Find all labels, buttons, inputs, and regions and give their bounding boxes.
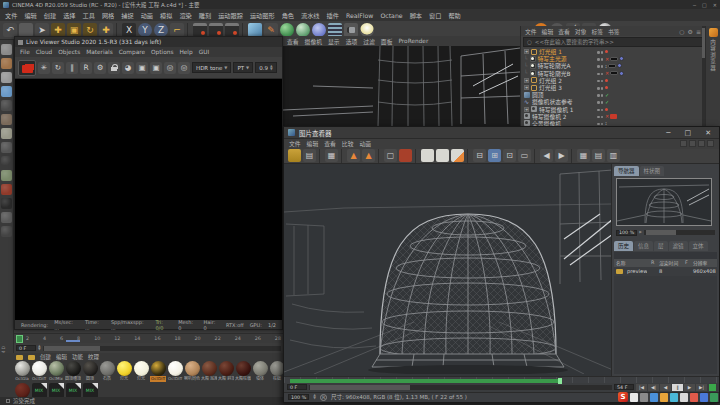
visibility-dots[interactable]: [597, 70, 604, 76]
dock-icon[interactable]: [1, 114, 12, 125]
layout-c-icon[interactable]: ▥: [607, 149, 620, 162]
tab-历史[interactable]: 历史: [614, 241, 633, 251]
dock-icon[interactable]: [1, 212, 12, 223]
menu-item[interactable]: 插件: [327, 11, 339, 20]
user-a-icon[interactable]: ▲: [347, 149, 360, 162]
dock-icon[interactable]: [1, 128, 12, 139]
viewport-a-icon[interactable]: ▣: [136, 62, 148, 74]
tab-层[interactable]: 层: [654, 241, 668, 251]
frame-spinner[interactable]: ▲▼: [38, 345, 41, 351]
menu-item[interactable]: 编辑: [542, 27, 554, 36]
compare-a-icon[interactable]: [421, 149, 434, 162]
column-header[interactable]: R: [649, 260, 657, 265]
material-swatch[interactable]: OctDiff: [167, 361, 183, 382]
material-swatch[interactable]: OctDiff: [150, 361, 166, 382]
undo-icon[interactable]: ↶: [3, 23, 17, 37]
menu-item[interactable]: 摄像机: [305, 37, 322, 46]
menu-item[interactable]: 书签: [608, 27, 620, 36]
main-timeline-ruler[interactable]: 246810121416182022242628: [14, 333, 283, 343]
render-dot[interactable]: [605, 108, 608, 111]
pause-button[interactable]: ‖: [672, 384, 683, 391]
render-view-icon[interactable]: [193, 23, 207, 37]
tab-滤镜[interactable]: 滤镜: [669, 241, 688, 251]
pv-close-button[interactable]: ✕: [705, 129, 711, 137]
picker-a-icon[interactable]: ◎: [164, 62, 176, 74]
material-swatch[interactable]: [14, 383, 30, 398]
settings-gear-icon[interactable]: ⚙: [94, 62, 106, 74]
status-checkbox[interactable]: [6, 399, 10, 403]
field-sphere-icon[interactable]: [296, 23, 310, 37]
column-header[interactable]: 分辨率: [691, 259, 717, 266]
object-row[interactable]: + 灯光组 3: [521, 84, 705, 91]
menu-item[interactable]: 创建: [40, 353, 51, 361]
dock-icon[interactable]: [1, 184, 12, 195]
zoom-in-icon[interactable]: ⊡: [503, 149, 516, 162]
save-icon[interactable]: ▤: [303, 149, 316, 162]
menu-item[interactable]: 文件: [5, 11, 17, 20]
menu-item[interactable]: 选择: [63, 11, 75, 20]
pv-minimize-button[interactable]: ─: [666, 129, 670, 137]
primitive-cube-icon[interactable]: [248, 23, 262, 37]
om-gear-icon[interactable]: ⚙: [688, 28, 693, 35]
material-swatch-mix[interactable]: MIX: [65, 383, 81, 398]
pen-spline-icon[interactable]: ✎: [264, 23, 278, 37]
empty-slot[interactable]: [19, 23, 33, 37]
zoom-fit-icon[interactable]: ⊞: [488, 149, 501, 162]
pv-zoom-field[interactable]: 100 %: [288, 394, 309, 400]
material-swatch[interactable]: 大殿 底座: [201, 361, 217, 382]
visibility-dots[interactable]: [597, 77, 604, 83]
active-camera-tag[interactable]: [610, 114, 617, 119]
fullres-icon[interactable]: ▭: [518, 149, 531, 162]
menu-item[interactable]: 渲染: [179, 11, 191, 20]
region-render-icon[interactable]: R: [80, 62, 92, 74]
coord-system-icon[interactable]: ⌐: [170, 23, 184, 37]
visibility-dots[interactable]: [597, 85, 604, 91]
pv-dock-icons[interactable]: [680, 140, 714, 147]
timeline-scrollbar[interactable]: [43, 346, 281, 351]
y-axis-button[interactable]: Y: [138, 23, 152, 37]
compare-b-icon[interactable]: [436, 149, 449, 162]
om-search-icon[interactable]: ○: [679, 28, 684, 35]
material-swatch[interactable]: OctMix: [48, 361, 64, 382]
menu-item[interactable]: 标签: [591, 27, 603, 36]
expand-icon[interactable]: +: [524, 107, 529, 112]
render-camera-button[interactable]: [18, 60, 36, 76]
material-swatch[interactable]: OctGla: [14, 361, 30, 382]
nav-zoom-field[interactable]: 100 %: [616, 230, 637, 236]
goto-end-button[interactable]: ▶|: [696, 384, 707, 391]
visibility-dots[interactable]: [597, 106, 604, 112]
menu-item[interactable]: 角色: [282, 11, 294, 20]
protection-tag[interactable]: [619, 71, 624, 76]
history-row[interactable]: preview.mp4 8 960x408: [614, 267, 717, 276]
nav-zoom-spinner[interactable]: ▶: [639, 231, 642, 234]
nav-zoom-slider[interactable]: [644, 230, 715, 235]
material-swatch[interactable]: 大殿柱墩: [235, 361, 251, 382]
zoom-out-icon[interactable]: ⊟: [473, 149, 486, 162]
prev-key-button[interactable]: ◀|: [648, 384, 659, 391]
sphere-shade-icon[interactable]: ◕: [122, 62, 134, 74]
tray-cloud-icon[interactable]: [670, 393, 678, 402]
scale-icon[interactable]: ▣: [67, 23, 81, 37]
layout-a-icon[interactable]: ▦: [577, 149, 590, 162]
play-button[interactable]: ▶: [684, 384, 695, 391]
tray-net-icon[interactable]: [700, 393, 708, 402]
last-tool-icon[interactable]: ✚: [99, 23, 113, 37]
menu-item[interactable]: 脚本: [410, 11, 422, 20]
compositing-tag[interactable]: [610, 57, 618, 61]
live-viewer-render-area[interactable]: [15, 79, 282, 320]
material-swatch[interactable]: 喇叭同色: [184, 361, 200, 382]
menu-item[interactable]: Help: [179, 49, 192, 55]
menu-item[interactable]: 运动图形: [250, 11, 275, 20]
exposure-field[interactable]: 0.9▲▼: [255, 62, 276, 73]
menu-item[interactable]: 选项: [346, 37, 358, 46]
subdivide-sphere-icon[interactable]: [280, 23, 294, 37]
close-button[interactable]: ✕: [713, 2, 717, 8]
stop-button[interactable]: [709, 384, 716, 391]
tray-keyboard-icon[interactable]: [630, 393, 638, 402]
pv-scrollbar[interactable]: [309, 385, 612, 390]
menu-item[interactable]: 编辑: [56, 353, 67, 361]
tray-mic-icon[interactable]: [660, 393, 668, 402]
material-swatch[interactable]: 灯光: [133, 361, 149, 382]
tray-safe-icon[interactable]: [710, 393, 718, 402]
render-progress-ruler[interactable]: [284, 376, 719, 384]
